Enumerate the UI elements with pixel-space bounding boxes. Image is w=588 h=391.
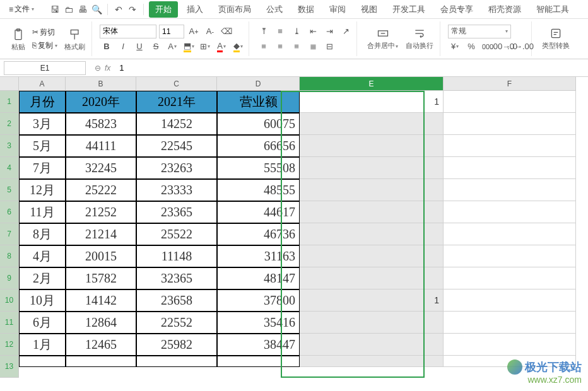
cell-E10[interactable]: 1 bbox=[300, 289, 444, 312]
row-header-1[interactable]: 1 bbox=[0, 91, 19, 113]
data-cell[interactable]: 8月 bbox=[19, 223, 66, 245]
data-cell[interactable]: 25982 bbox=[136, 334, 217, 356]
name-box[interactable]: E1 bbox=[4, 61, 86, 75]
cancel-formula-icon[interactable]: ⊖ bbox=[95, 64, 101, 73]
cell[interactable] bbox=[444, 179, 576, 201]
data-cell[interactable]: 66656 bbox=[217, 135, 300, 157]
cell-E9[interactable] bbox=[300, 267, 444, 289]
tab-dev-tools[interactable]: 开发工具 bbox=[386, 0, 432, 19]
data-cell[interactable]: 23658 bbox=[136, 289, 217, 312]
data-cell[interactable]: 32365 bbox=[136, 267, 217, 289]
data-cell[interactable]: 5月 bbox=[19, 135, 66, 157]
data-cell[interactable]: 4月 bbox=[19, 245, 66, 267]
align-right-button[interactable]: ≡ bbox=[290, 40, 303, 54]
cell-E11[interactable] bbox=[300, 312, 444, 334]
tab-view[interactable]: 视图 bbox=[355, 0, 384, 19]
borders-button[interactable]: ⊞▾ bbox=[198, 40, 212, 54]
row-header-12[interactable]: 12 bbox=[0, 334, 19, 356]
data-cell[interactable]: 10月 bbox=[19, 289, 66, 312]
save-as-icon[interactable]: 🗀 bbox=[63, 4, 74, 15]
orientation-button[interactable]: ↗ bbox=[339, 25, 353, 38]
data-cell[interactable]: 12864 bbox=[66, 312, 136, 334]
strike-button[interactable]: S bbox=[149, 40, 163, 54]
data-cell[interactable]: 48147 bbox=[217, 267, 300, 289]
row-header-7[interactable]: 7 bbox=[0, 223, 19, 245]
italic-button[interactable]: I bbox=[116, 40, 130, 54]
data-cell[interactable]: 31163 bbox=[217, 245, 300, 267]
redo-icon[interactable]: ↷ bbox=[127, 4, 138, 15]
cell[interactable] bbox=[444, 201, 576, 223]
paste-button[interactable]: 粘贴 bbox=[9, 28, 28, 52]
fill-color-button[interactable]: ⬒▾ bbox=[182, 40, 196, 54]
cell[interactable] bbox=[444, 91, 576, 113]
copy-button[interactable]: ⎘ 复制▾ bbox=[30, 40, 59, 52]
bold-button[interactable]: B bbox=[100, 40, 114, 54]
tab-data[interactable]: 数据 bbox=[291, 0, 320, 19]
cells-area[interactable]: 月份2020年2021年营业额13月4582314252600755月44111… bbox=[19, 91, 588, 391]
data-cell[interactable]: 48555 bbox=[217, 179, 300, 201]
data-cell[interactable]: 20015 bbox=[66, 245, 136, 267]
tab-vip[interactable]: 会员专享 bbox=[434, 0, 479, 19]
font-color-button[interactable]: A▾ bbox=[215, 40, 228, 54]
data-cell[interactable]: 45823 bbox=[66, 113, 136, 135]
spreadsheet-grid[interactable]: A B C D E F 12345678910111213 月份2020年202… bbox=[0, 77, 588, 391]
row-header-10[interactable]: 10 bbox=[0, 289, 19, 312]
row-header-2[interactable]: 2 bbox=[0, 113, 19, 135]
row-header-5[interactable]: 5 bbox=[0, 179, 19, 201]
cell[interactable] bbox=[444, 113, 576, 135]
data-cell[interactable]: 3月 bbox=[19, 113, 66, 135]
print-preview-icon[interactable]: 🔍 bbox=[91, 4, 102, 15]
formula-input[interactable] bbox=[115, 61, 588, 75]
fx-icon[interactable]: fx bbox=[105, 64, 110, 73]
decrease-font-button[interactable]: A- bbox=[203, 25, 217, 38]
data-cell[interactable]: 35416 bbox=[217, 312, 300, 334]
font-name-select[interactable] bbox=[100, 25, 156, 38]
cell[interactable] bbox=[444, 135, 576, 157]
undo-icon[interactable]: ↶ bbox=[113, 4, 124, 15]
cell[interactable] bbox=[444, 157, 576, 179]
cell[interactable] bbox=[300, 356, 444, 367]
data-cell[interactable]: 46736 bbox=[217, 223, 300, 245]
row-header-6[interactable]: 6 bbox=[0, 201, 19, 223]
cell-E7[interactable] bbox=[300, 223, 444, 245]
data-cell[interactable]: 22545 bbox=[136, 135, 217, 157]
wrap-text-button[interactable]: 自动换行 bbox=[403, 27, 436, 50]
data-cell[interactable]: 22552 bbox=[136, 312, 217, 334]
data-cell[interactable]: 55508 bbox=[217, 157, 300, 179]
data-cell[interactable]: 23333 bbox=[136, 179, 217, 201]
font-size-select[interactable] bbox=[159, 25, 184, 38]
header-cell[interactable]: 2021年 bbox=[136, 91, 217, 113]
data-cell[interactable]: 38447 bbox=[217, 334, 300, 356]
row-header-9[interactable]: 9 bbox=[0, 267, 19, 289]
justify-button[interactable]: ≣ bbox=[306, 40, 320, 54]
data-cell[interactable]: 14252 bbox=[136, 113, 217, 135]
align-bottom-button[interactable]: ⤓ bbox=[290, 25, 303, 38]
tab-home[interactable]: 开始 bbox=[149, 1, 178, 18]
cell[interactable] bbox=[444, 334, 576, 356]
data-cell[interactable]: 32245 bbox=[66, 157, 136, 179]
distribute-button[interactable]: ⊟ bbox=[322, 40, 336, 54]
data-cell[interactable]: 1月 bbox=[19, 334, 66, 356]
col-header-F[interactable]: F bbox=[444, 77, 576, 91]
cell[interactable] bbox=[444, 289, 576, 312]
data-cell[interactable]: 2月 bbox=[19, 267, 66, 289]
data-cell[interactable]: 21252 bbox=[66, 201, 136, 223]
col-header-D[interactable]: D bbox=[217, 77, 300, 91]
data-cell[interactable]: 44617 bbox=[217, 201, 300, 223]
number-format-select[interactable]: 常规▾ bbox=[448, 25, 511, 38]
row-header-8[interactable]: 8 bbox=[0, 245, 19, 267]
cell-E2[interactable] bbox=[300, 113, 444, 135]
data-cell[interactable]: 12月 bbox=[19, 179, 66, 201]
data-cell[interactable]: 23263 bbox=[136, 157, 217, 179]
cell-E12[interactable] bbox=[300, 334, 444, 356]
cell-E1[interactable]: 1 bbox=[300, 91, 444, 113]
col-header-A[interactable]: A bbox=[19, 77, 66, 91]
cell-E5[interactable] bbox=[300, 179, 444, 201]
print-icon[interactable]: 🖶 bbox=[77, 4, 88, 15]
merge-center-button[interactable]: 合并居中▾ bbox=[365, 27, 401, 50]
cell[interactable] bbox=[444, 245, 576, 267]
cell[interactable] bbox=[444, 267, 576, 289]
increase-indent-button[interactable]: ⇥ bbox=[322, 25, 336, 38]
cut-button[interactable]: ✂ 剪切 bbox=[30, 26, 59, 38]
select-all-corner[interactable] bbox=[0, 77, 19, 91]
